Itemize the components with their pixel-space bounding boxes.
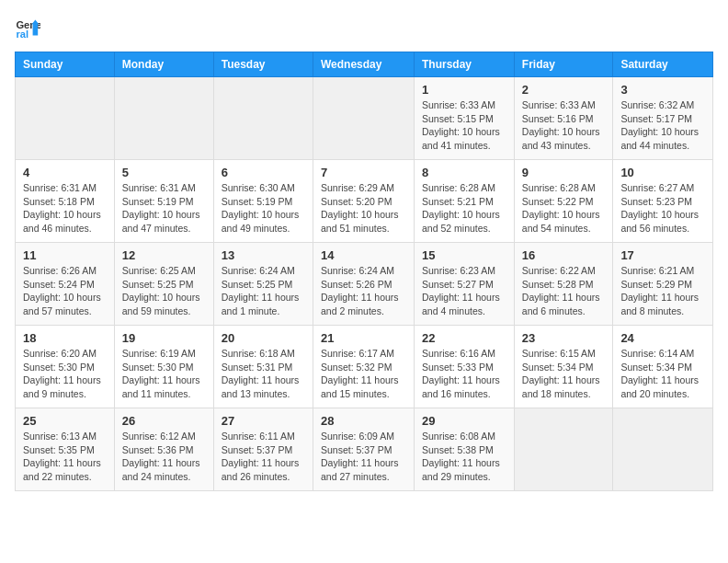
weekday-header: Sunday <box>16 52 115 77</box>
calendar-cell: 28Sunrise: 6:09 AMSunset: 5:37 PMDayligh… <box>313 408 414 491</box>
calendar-cell: 10Sunrise: 6:27 AMSunset: 5:23 PMDayligh… <box>613 160 713 243</box>
calendar-cell: 4Sunrise: 6:31 AMSunset: 5:18 PMDaylight… <box>16 160 115 243</box>
day-info: Sunrise: 6:27 AMSunset: 5:23 PMDaylight:… <box>620 181 705 236</box>
day-number: 13 <box>222 248 305 262</box>
calendar-cell <box>213 77 313 160</box>
day-info: Sunrise: 6:31 AMSunset: 5:18 PMDaylight:… <box>23 181 107 236</box>
day-info: Sunrise: 6:23 AMSunset: 5:27 PMDaylight:… <box>422 264 506 318</box>
day-number: 4 <box>23 166 107 179</box>
calendar-cell: 6Sunrise: 6:30 AMSunset: 5:19 PMDaylight… <box>213 160 313 243</box>
day-number: 3 <box>620 83 705 97</box>
calendar-cell: 26Sunrise: 6:12 AMSunset: 5:36 PMDayligh… <box>114 408 213 491</box>
day-number: 8 <box>422 166 506 179</box>
day-info: Sunrise: 6:13 AMSunset: 5:35 PMDaylight:… <box>23 430 107 484</box>
day-info: Sunrise: 6:09 AMSunset: 5:37 PMDaylight:… <box>321 430 406 484</box>
calendar-cell: 18Sunrise: 6:20 AMSunset: 5:30 PMDayligh… <box>16 326 115 408</box>
day-number: 5 <box>122 166 206 179</box>
calendar-cell: 14Sunrise: 6:24 AMSunset: 5:26 PMDayligh… <box>313 243 414 326</box>
calendar-cell: 21Sunrise: 6:17 AMSunset: 5:32 PMDayligh… <box>313 326 414 408</box>
day-number: 19 <box>122 331 206 345</box>
day-number: 14 <box>321 248 406 262</box>
calendar-header-row: SundayMondayTuesdayWednesdayThursdayFrid… <box>16 52 713 77</box>
day-info: Sunrise: 6:33 AMSunset: 5:15 PMDaylight:… <box>422 98 506 153</box>
day-info: Sunrise: 6:12 AMSunset: 5:36 PMDaylight:… <box>122 430 206 484</box>
day-number: 20 <box>222 331 305 345</box>
calendar-cell: 7Sunrise: 6:29 AMSunset: 5:20 PMDaylight… <box>313 160 414 243</box>
weekday-header: Monday <box>114 52 213 77</box>
calendar-cell: 25Sunrise: 6:13 AMSunset: 5:35 PMDayligh… <box>16 408 115 491</box>
day-number: 21 <box>321 331 406 345</box>
day-number: 23 <box>522 331 606 345</box>
day-info: Sunrise: 6:21 AMSunset: 5:29 PMDaylight:… <box>620 264 705 318</box>
calendar-week-row: 4Sunrise: 6:31 AMSunset: 5:18 PMDaylight… <box>16 160 713 243</box>
calendar-cell: 5Sunrise: 6:31 AMSunset: 5:19 PMDaylight… <box>114 160 213 243</box>
day-number: 9 <box>522 166 606 179</box>
calendar-cell: 29Sunrise: 6:08 AMSunset: 5:38 PMDayligh… <box>415 408 515 491</box>
weekday-header: Tuesday <box>213 52 313 77</box>
day-info: Sunrise: 6:26 AMSunset: 5:24 PMDaylight:… <box>23 264 107 318</box>
weekday-header: Thursday <box>415 52 515 77</box>
calendar-cell: 23Sunrise: 6:15 AMSunset: 5:34 PMDayligh… <box>514 326 613 408</box>
page-header: Gene ral <box>15 15 713 40</box>
day-number: 27 <box>222 414 305 428</box>
calendar-cell: 1Sunrise: 6:33 AMSunset: 5:15 PMDaylight… <box>415 77 515 160</box>
logo: Gene ral <box>15 15 44 40</box>
day-number: 15 <box>422 248 506 262</box>
calendar-cell <box>114 77 213 160</box>
day-number: 25 <box>23 414 107 428</box>
day-info: Sunrise: 6:19 AMSunset: 5:30 PMDaylight:… <box>122 347 206 401</box>
day-number: 26 <box>122 414 206 428</box>
day-info: Sunrise: 6:29 AMSunset: 5:20 PMDaylight:… <box>321 181 406 236</box>
day-info: Sunrise: 6:15 AMSunset: 5:34 PMDaylight:… <box>522 347 606 401</box>
calendar-cell: 17Sunrise: 6:21 AMSunset: 5:29 PMDayligh… <box>613 243 713 326</box>
calendar-cell: 9Sunrise: 6:28 AMSunset: 5:22 PMDaylight… <box>514 160 613 243</box>
day-number: 18 <box>23 331 107 345</box>
day-info: Sunrise: 6:20 AMSunset: 5:30 PMDaylight:… <box>23 347 107 401</box>
day-info: Sunrise: 6:33 AMSunset: 5:16 PMDaylight:… <box>522 98 606 153</box>
day-number: 2 <box>522 83 606 97</box>
calendar-cell: 12Sunrise: 6:25 AMSunset: 5:25 PMDayligh… <box>114 243 213 326</box>
calendar-week-row: 25Sunrise: 6:13 AMSunset: 5:35 PMDayligh… <box>16 408 713 491</box>
day-info: Sunrise: 6:31 AMSunset: 5:19 PMDaylight:… <box>122 181 206 236</box>
calendar-cell <box>514 408 613 491</box>
calendar-cell: 20Sunrise: 6:18 AMSunset: 5:31 PMDayligh… <box>213 326 313 408</box>
calendar-cell <box>16 77 115 160</box>
day-info: Sunrise: 6:24 AMSunset: 5:26 PMDaylight:… <box>321 264 406 318</box>
calendar-week-row: 1Sunrise: 6:33 AMSunset: 5:15 PMDaylight… <box>16 77 713 160</box>
day-info: Sunrise: 6:24 AMSunset: 5:25 PMDaylight:… <box>222 264 305 318</box>
weekday-header: Saturday <box>613 52 713 77</box>
calendar-cell: 15Sunrise: 6:23 AMSunset: 5:27 PMDayligh… <box>415 243 515 326</box>
weekday-header: Wednesday <box>313 52 414 77</box>
day-number: 16 <box>522 248 606 262</box>
day-info: Sunrise: 6:28 AMSunset: 5:22 PMDaylight:… <box>522 181 606 236</box>
calendar-cell: 2Sunrise: 6:33 AMSunset: 5:16 PMDaylight… <box>514 77 613 160</box>
calendar-cell <box>313 77 414 160</box>
day-info: Sunrise: 6:25 AMSunset: 5:25 PMDaylight:… <box>122 264 206 318</box>
logo-icon: Gene ral <box>15 15 40 40</box>
day-info: Sunrise: 6:22 AMSunset: 5:28 PMDaylight:… <box>522 264 606 318</box>
day-info: Sunrise: 6:32 AMSunset: 5:17 PMDaylight:… <box>620 98 705 153</box>
day-info: Sunrise: 6:30 AMSunset: 5:19 PMDaylight:… <box>222 181 305 236</box>
calendar-cell: 11Sunrise: 6:26 AMSunset: 5:24 PMDayligh… <box>16 243 115 326</box>
day-number: 7 <box>321 166 406 179</box>
calendar-cell: 3Sunrise: 6:32 AMSunset: 5:17 PMDaylight… <box>613 77 713 160</box>
day-number: 1 <box>422 83 506 97</box>
day-info: Sunrise: 6:18 AMSunset: 5:31 PMDaylight:… <box>222 347 305 401</box>
calendar-table: SundayMondayTuesdayWednesdayThursdayFrid… <box>15 52 713 491</box>
day-number: 12 <box>122 248 206 262</box>
day-info: Sunrise: 6:16 AMSunset: 5:33 PMDaylight:… <box>422 347 506 401</box>
day-info: Sunrise: 6:08 AMSunset: 5:38 PMDaylight:… <box>422 430 506 484</box>
calendar-cell: 16Sunrise: 6:22 AMSunset: 5:28 PMDayligh… <box>514 243 613 326</box>
svg-text:ral: ral <box>16 29 28 40</box>
day-info: Sunrise: 6:11 AMSunset: 5:37 PMDaylight:… <box>222 430 305 484</box>
calendar-cell: 19Sunrise: 6:19 AMSunset: 5:30 PMDayligh… <box>114 326 213 408</box>
day-number: 29 <box>422 414 506 428</box>
day-number: 6 <box>222 166 305 179</box>
day-info: Sunrise: 6:14 AMSunset: 5:34 PMDaylight:… <box>620 347 705 401</box>
calendar-cell: 22Sunrise: 6:16 AMSunset: 5:33 PMDayligh… <box>415 326 515 408</box>
day-number: 11 <box>23 248 107 262</box>
calendar-week-row: 18Sunrise: 6:20 AMSunset: 5:30 PMDayligh… <box>16 326 713 408</box>
day-number: 17 <box>620 248 705 262</box>
day-info: Sunrise: 6:17 AMSunset: 5:32 PMDaylight:… <box>321 347 406 401</box>
calendar-cell: 8Sunrise: 6:28 AMSunset: 5:21 PMDaylight… <box>415 160 515 243</box>
